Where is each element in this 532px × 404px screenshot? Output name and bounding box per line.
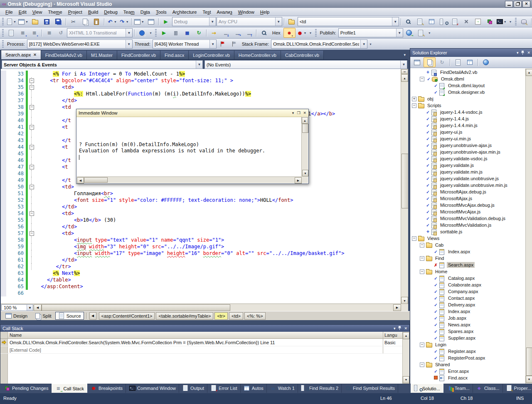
form-edit-icon[interactable]: ✎ [414, 17, 426, 26]
outline-collapse-icon[interactable]: − [30, 231, 34, 236]
tree-item-RegisterPost.aspx[interactable]: ✓RegisterPost.aspx [410, 355, 532, 361]
document-tab-M1.Master[interactable]: M1.Master [87, 51, 117, 59]
tree-expander-icon[interactable]: − [420, 269, 424, 274]
menu-item-edit[interactable]: Edit [16, 9, 30, 15]
dock-tab-watch-1[interactable]: ∞Watch 1 [267, 384, 298, 393]
tree-item-jquery-ui.min.js[interactable]: ✓jquery-ui.min.js [410, 135, 532, 142]
outline-collapse-icon[interactable]: − [30, 185, 34, 189]
tree-item-Scripts[interactable]: −Scripts [410, 102, 532, 109]
scrollbar-thumb[interactable] [526, 348, 532, 376]
code-line-54[interactable]: 54− <td> [1, 210, 408, 217]
scrollbar-thumb[interactable] [302, 124, 308, 133]
scroll-up-icon[interactable]: ▲ [403, 332, 409, 339]
scroll-right-icon[interactable]: ▶ [295, 177, 302, 184]
toolbar-overflow-icon[interactable]: ▾ [508, 17, 513, 26]
preview-icon[interactable] [438, 17, 449, 26]
tree-item-Job.aspx[interactable]: ✓Job.aspx [410, 315, 532, 321]
code-line-60[interactable]: 60 <input width="17" type="image" height… [1, 250, 408, 257]
menu-item-view[interactable]: View [30, 9, 45, 15]
tree-expander-icon[interactable]: − [420, 77, 424, 81]
refresh-icon[interactable]: ↻ [436, 58, 448, 67]
tree-item-jquery.validate.unobtrusive.min.js[interactable]: ✓jquery.validate.unobtrusive.min.js [410, 182, 532, 189]
outline-collapse-icon[interactable]: − [30, 145, 34, 149]
events-dropdown[interactable]: (No Events) ▼ [204, 60, 407, 69]
dock-tab-team-[interactable]: Team... [443, 384, 473, 393]
tree-item-jquery.unobtrusive-ajax.js[interactable]: ✓jquery.unobtrusive-ajax.js [410, 142, 532, 149]
dock-tab-class-[interactable]: ◆Class... [473, 384, 503, 393]
highlight-db-icon[interactable]: ✎ [518, 17, 530, 26]
menu-item-window[interactable]: Window [235, 9, 257, 15]
tree-item-jquery.validate.unobtrusive.js[interactable]: ✓jquery.validate.unobtrusive.js [410, 175, 532, 182]
close-icon[interactable]: ✕ [527, 51, 530, 55]
call-stack-row[interactable]: [External Code] [0, 346, 402, 354]
tree-item-MicrosoftAjax.js[interactable]: ✓MicrosoftAjax.js [410, 195, 532, 202]
dock-tab-breakpoints[interactable]: ●Breakpoints [87, 384, 126, 393]
step-out-icon[interactable]: ↑ [243, 28, 254, 37]
report-icon[interactable] [426, 17, 437, 26]
dock-tab-solutio-[interactable]: Solutio... [411, 384, 443, 393]
build-tools-icon[interactable] [461, 17, 472, 26]
tree-item-jquery.validate.js[interactable]: ✓jquery.validate.js [410, 162, 532, 169]
immediate-vertical-scrollbar[interactable]: ▲ ▼ [301, 117, 308, 177]
copy-icon[interactable] [79, 17, 91, 26]
tree-item-Supplier.aspx[interactable]: ✓Supplier.aspx [410, 335, 532, 341]
call-stack-row[interactable]: Omsk.DLL!Omsk.Omsk.FindController.Search… [0, 339, 402, 346]
show-next-statement-icon[interactable]: → [208, 28, 219, 37]
dock-tab-autos[interactable]: Autos [241, 384, 267, 393]
tree-expander-icon[interactable]: + [412, 97, 416, 101]
code-line-63[interactable]: 63 <% Next%> [1, 270, 408, 277]
document-tab-HomeController.vb[interactable]: HomeController.vb [234, 51, 281, 59]
flag-threads-icon[interactable] [217, 39, 228, 49]
tree-item-Error.aspx[interactable]: ✓Error.aspx [410, 368, 532, 375]
pin-icon[interactable] [521, 50, 525, 56]
document-tab-Find.ascx[interactable]: Find.ascx [160, 51, 189, 59]
hex-button[interactable]: Hex [270, 29, 283, 37]
dock-tab-error-list[interactable]: ✗Error List [207, 384, 241, 393]
document-tab-LoginController.vb[interactable]: LoginController.vb [189, 51, 234, 59]
find-in-files-icon[interactable] [286, 17, 297, 26]
document-tab-Search.aspx[interactable]: Search.aspx✕ [1, 50, 41, 59]
schema-validation-combo[interactable]: XHTML 1.0 Transitional▼ [67, 28, 133, 37]
solution-configurations-combo[interactable]: Debug▼ [172, 17, 216, 26]
tree-item-Omsk.dbml[interactable]: −✓Omsk.dbml [410, 76, 532, 82]
tree-item-Colaborate.aspx[interactable]: ✓Colaborate.aspx [410, 282, 532, 288]
tree-item-MicrosoftMvcValidation.js[interactable]: ✓MicrosoftMvcValidation.js [410, 222, 532, 228]
scroll-up-icon[interactable]: ▲ [526, 69, 532, 76]
publish-web-icon[interactable]: → [404, 28, 415, 37]
command-prompt-icon[interactable]: ▼ [496, 17, 507, 26]
breadcrumb-item[interactable]: <tr> [214, 312, 228, 320]
menu-item-theme[interactable]: Theme [45, 9, 65, 15]
merge-icon[interactable]: ✗ [449, 17, 461, 26]
dock-tab-find-symbol-results[interactable]: Find Symbol Results [342, 384, 398, 393]
immediate-window-content[interactable]: ? Function(m) (m(0).DetailInfo.MakeLogo)… [77, 117, 302, 177]
scrollbar-thumb[interactable] [42, 304, 230, 311]
close-icon[interactable]: ✕ [303, 111, 306, 115]
toolbar-overflow-icon[interactable]: ▾ [308, 29, 313, 37]
view-button-source[interactable]: Source [55, 312, 84, 320]
toolbar-overflow-icon[interactable]: ▾ [368, 40, 373, 48]
menu-item-build[interactable]: Build [85, 9, 101, 15]
show-all-files-icon[interactable] [424, 57, 436, 67]
code-line-61[interactable]: 61 </td> [1, 257, 408, 263]
breadcrumb-back-icon[interactable]: ◀ [89, 312, 96, 320]
run-export-icon[interactable] [473, 17, 484, 26]
code-line-37[interactable]: 37 </td> [1, 97, 408, 104]
tree-item-News.aspx[interactable]: ✓News.aspx [410, 321, 532, 328]
outline-collapse-icon[interactable]: − [30, 85, 34, 90]
code-line-35[interactable]: 35− <td> [1, 84, 408, 91]
dock-tab-pending-changes[interactable]: Pending Changes [1, 384, 52, 393]
continue-icon[interactable]: ▶ [158, 28, 170, 37]
zoom-dropdown[interactable]: 100 % ▼ [1, 304, 33, 311]
step-into-icon[interactable]: ↓ [220, 28, 231, 37]
scroll-down-icon[interactable]: ▼ [526, 376, 532, 383]
scrollbar-thumb[interactable] [401, 154, 408, 208]
undo-icon[interactable]: ↶▼ [106, 17, 118, 26]
add-item-icon[interactable]: ▼ [17, 17, 29, 26]
tree-item-Home[interactable]: −Home [410, 268, 532, 275]
pin-icon[interactable] [398, 326, 401, 331]
tree-item-jquery-1.4.4.js[interactable]: ✓jquery-1.4.4.js [410, 115, 532, 122]
scroll-up-icon[interactable]: ▲ [401, 74, 408, 82]
code-line-62[interactable]: 62 </tr> [1, 263, 408, 270]
menu-item-help[interactable]: Help [257, 9, 273, 15]
save-icon[interactable] [41, 17, 52, 26]
